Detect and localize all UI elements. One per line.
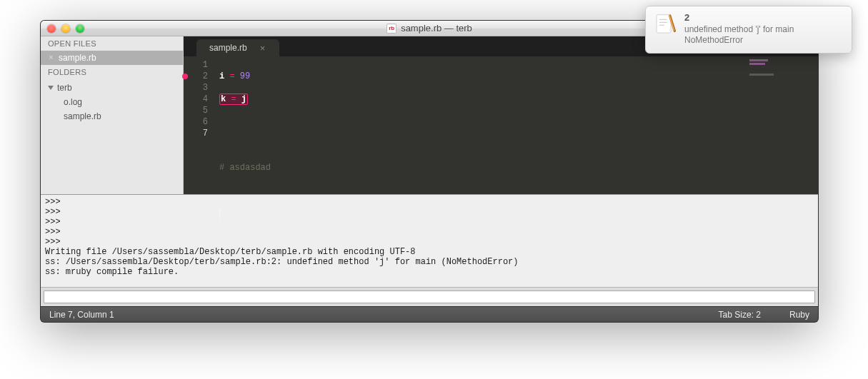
error-dot-icon — [182, 74, 188, 79]
window-title-text: sample.rb — terb — [401, 23, 472, 34]
sidebar: OPEN FILES × sample.rb FOLDERS terb o.lo… — [41, 36, 184, 194]
text-caret — [219, 208, 220, 218]
line-number: 3 — [184, 82, 208, 94]
line-number: 5 — [184, 105, 208, 116]
editor-area: sample.rb × 1 2 3 4 5 6 7 i = 99 k = j # — [184, 36, 818, 194]
code-token: # asdasdad — [219, 163, 271, 173]
gutter: 1 2 3 4 5 6 7 — [184, 56, 214, 194]
folder-label: terb — [57, 83, 72, 93]
close-icon[interactable] — [47, 24, 56, 33]
code-token: = — [231, 94, 236, 104]
notification-popup[interactable]: 2 undefined method 'j' for main NoMethod… — [645, 6, 852, 54]
tab-sample[interactable]: sample.rb × — [196, 39, 279, 56]
code-body[interactable]: i = 99 k = j # asdasdad — [214, 56, 818, 194]
folder-tree: terb o.log sample.rb — [41, 79, 183, 131]
file-item[interactable]: sample.rb — [41, 109, 183, 123]
ruby-file-icon: rb — [386, 24, 396, 34]
window-frame: rb sample.rb — terb OPEN FILES × sample.… — [40, 20, 819, 323]
line-number: 1 — [184, 59, 208, 71]
code-token: j — [241, 94, 246, 104]
chevron-down-icon — [48, 86, 54, 90]
file-item[interactable]: o.log — [41, 95, 183, 109]
code-area[interactable]: 1 2 3 4 5 6 7 i = 99 k = j # asdasdad — [184, 56, 818, 194]
status-bar: Line 7, Column 1 Tab Size: 2 Ruby — [41, 306, 818, 322]
app-icon — [653, 12, 677, 36]
minimize-icon[interactable] — [61, 24, 70, 33]
error-highlight: k = j — [219, 94, 248, 105]
tab-label: sample.rb — [209, 43, 247, 53]
status-tab-size[interactable]: Tab Size: 2 — [719, 310, 761, 320]
svg-rect-0 — [657, 15, 671, 33]
code-token: k — [221, 94, 226, 104]
close-icon[interactable]: × — [48, 55, 54, 61]
command-input[interactable] — [44, 290, 815, 303]
line-number: 7 — [184, 128, 208, 139]
notification-title: 2 — [684, 12, 794, 23]
notification-line: NoMethodError — [684, 35, 794, 46]
code-token: i — [219, 71, 224, 81]
command-input-wrapper — [41, 287, 818, 306]
zoom-icon[interactable] — [76, 24, 84, 33]
app-window: rb sample.rb — terb OPEN FILES × sample.… — [40, 20, 819, 323]
status-syntax[interactable]: Ruby — [789, 310, 809, 320]
main-split: OPEN FILES × sample.rb FOLDERS terb o.lo… — [41, 36, 818, 194]
line-number: 2 — [184, 71, 208, 82]
open-file-label: sample.rb — [59, 53, 96, 63]
line-number: 6 — [184, 116, 208, 128]
open-files-header: OPEN FILES — [41, 36, 183, 51]
folders-header: FOLDERS — [41, 65, 183, 79]
line-number: 4 — [184, 94, 208, 105]
minimap[interactable] — [747, 56, 818, 194]
status-cursor[interactable]: Line 7, Column 1 — [49, 310, 114, 320]
folder-root[interactable]: terb — [41, 81, 183, 95]
code-token: 99 — [240, 71, 250, 81]
notification-line: undefined method 'j' for main — [684, 24, 794, 35]
traffic-lights — [41, 24, 84, 33]
close-icon[interactable]: × — [260, 44, 266, 53]
notification-body: 2 undefined method 'j' for main NoMethod… — [684, 12, 794, 46]
open-file-item[interactable]: × sample.rb — [41, 51, 183, 65]
code-token: = — [229, 71, 234, 81]
